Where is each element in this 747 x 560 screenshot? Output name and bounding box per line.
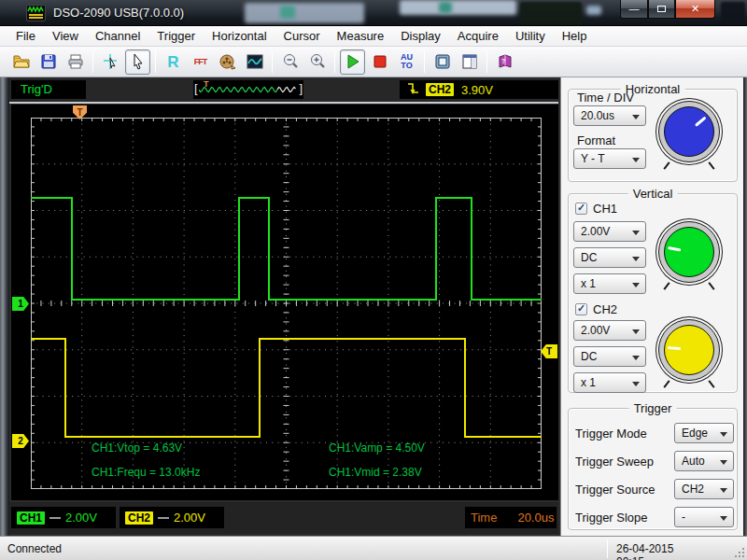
format-select[interactable]: Y - T — [573, 148, 646, 169]
ch1-zero-marker[interactable]: 1 — [12, 297, 29, 311]
ch1-enable-checkbox[interactable] — [575, 203, 587, 215]
status-bar: Connected 26-04-2015 00:15 — [0, 536, 747, 560]
ch2-probe-select[interactable]: x 1 — [573, 372, 646, 393]
trigger-sweep-select[interactable]: Auto — [674, 451, 734, 471]
background-icon-fragment — [586, 6, 601, 15]
fft-button[interactable]: FFT — [188, 49, 213, 75]
separator — [9, 102, 558, 104]
chevron-down-icon — [632, 231, 640, 235]
chevron-down-icon — [632, 158, 640, 162]
chevron-down-icon — [720, 516, 727, 521]
trigger-level-marker[interactable]: T — [541, 344, 557, 358]
close-button[interactable]: ✕ — [675, 0, 715, 19]
save-icon — [39, 52, 58, 71]
menu-help[interactable]: Help — [554, 27, 596, 45]
toolbar-separator — [155, 50, 156, 73]
background-icon-fragment — [439, 2, 452, 13]
ch1-checkbox-label: CH1 — [593, 202, 617, 216]
zoom-out-icon — [281, 52, 300, 71]
menu-cursor[interactable]: Cursor — [275, 27, 329, 45]
zoom-in-icon — [308, 52, 327, 71]
ch2-enable-checkbox[interactable] — [575, 303, 587, 315]
ch1-coupling-select[interactable]: DC — [573, 247, 646, 268]
ch2-scale-value: 2.00V — [174, 511, 205, 525]
menu-view[interactable]: View — [44, 27, 87, 45]
menu-horizontal[interactable]: Horizontal — [204, 27, 275, 45]
connection-status: Connected — [7, 542, 62, 555]
stop-icon — [371, 52, 389, 71]
falling-edge-icon — [407, 82, 420, 97]
format-label: Format — [577, 133, 615, 147]
dc-coupling-icon — [49, 517, 61, 519]
crosshair-cursor-icon — [102, 52, 120, 71]
channel-settings-bar: CH1 2.00V CH2 2.00V Time 20.0us — [9, 502, 558, 534]
chevron-down-icon — [720, 488, 727, 493]
menu-trigger[interactable]: Trigger — [148, 27, 204, 45]
maximize-button[interactable] — [648, 0, 675, 19]
stop-button[interactable] — [367, 49, 392, 75]
time-div-select[interactable]: 20.0us — [573, 105, 646, 126]
toolbar-separator — [424, 50, 425, 73]
print-icon — [66, 52, 85, 71]
ch2-volt-select[interactable]: 2.00V — [573, 320, 646, 341]
arrow-pointer-icon — [129, 52, 148, 71]
time-value: 20.0us — [517, 511, 554, 525]
menu-display[interactable]: Display — [392, 27, 449, 45]
minimize-button[interactable]: — — [620, 0, 648, 19]
resize-grip-icon[interactable] — [734, 547, 745, 558]
datetime-display: 26-04-2015 00:15 — [616, 542, 691, 560]
play-icon — [344, 52, 362, 71]
ch2-readout: CH2 2.00V — [120, 507, 224, 528]
autoset-button[interactable]: AUTO — [394, 49, 419, 75]
ch2-checkbox-label: CH2 — [593, 302, 617, 316]
chevron-down-icon — [720, 460, 727, 465]
trigger-mode-select[interactable]: Edge — [674, 423, 734, 443]
print-button[interactable] — [63, 49, 88, 75]
trigger-slope-select[interactable]: - — [674, 507, 734, 527]
ch1-probe-select[interactable]: x 1 — [573, 273, 646, 294]
trigger-level-value: 3.90V — [461, 83, 493, 97]
trigger-mode-label: Trigger Mode — [575, 427, 647, 441]
menu-file[interactable]: File — [7, 27, 44, 45]
help-button[interactable]: ? — [492, 49, 517, 75]
menu-utility[interactable]: Utility — [507, 27, 554, 45]
toolbar-separator — [334, 50, 335, 73]
vertical-group-title: Vertical — [628, 187, 678, 201]
toolbar-separator — [272, 50, 273, 73]
cursor-measure-tool-button[interactable] — [98, 49, 123, 75]
panel-layout-button[interactable] — [457, 49, 482, 75]
record-button[interactable] — [215, 49, 240, 75]
ch2-position-knob[interactable] — [658, 319, 720, 381]
fullscreen-button[interactable] — [430, 49, 455, 75]
toolbar: R FFT — [0, 47, 747, 77]
waveform-view-button[interactable] — [242, 49, 267, 75]
save-button[interactable] — [35, 49, 61, 75]
ch2-zero-marker[interactable]: 2 — [12, 434, 29, 448]
ch1-readout: CH1 2.00V — [11, 507, 116, 528]
ch1-position-knob[interactable] — [658, 221, 720, 283]
menu-measure[interactable]: Measure — [329, 27, 393, 45]
ch1-volt-select[interactable]: 2.00V — [573, 221, 646, 242]
menu-acquire[interactable]: Acquire — [449, 27, 507, 45]
chevron-down-icon — [632, 257, 640, 261]
r-letter-icon: R — [167, 54, 178, 70]
scope-display: T 1 2 T CH1:Vtop = 4.63V CH1:Frequ = 13.… — [11, 105, 558, 500]
pointer-tool-button[interactable] — [125, 49, 150, 75]
maximize-icon — [657, 6, 666, 12]
refresh-button[interactable]: R — [161, 49, 186, 75]
horizontal-position-knob[interactable] — [658, 101, 720, 162]
preview-bracket-right: ] — [299, 81, 303, 95]
zoom-out-button[interactable] — [277, 49, 303, 75]
background-icon-fragment — [280, 6, 295, 19]
zoom-in-button[interactable] — [304, 49, 330, 75]
fullscreen-icon — [433, 52, 452, 71]
background-window-fragment — [520, 2, 582, 24]
chevron-down-icon — [632, 283, 640, 287]
ch2-coupling-select[interactable]: DC — [573, 346, 646, 367]
start-button[interactable] — [340, 49, 365, 75]
ch1-scale-value: 2.00V — [65, 511, 97, 525]
trigger-source-select[interactable]: CH2 — [674, 479, 734, 499]
acquisition-preview[interactable]: T [ ] — [193, 80, 303, 99]
open-file-button[interactable] — [8, 49, 34, 75]
menu-channel[interactable]: Channel — [87, 27, 148, 45]
